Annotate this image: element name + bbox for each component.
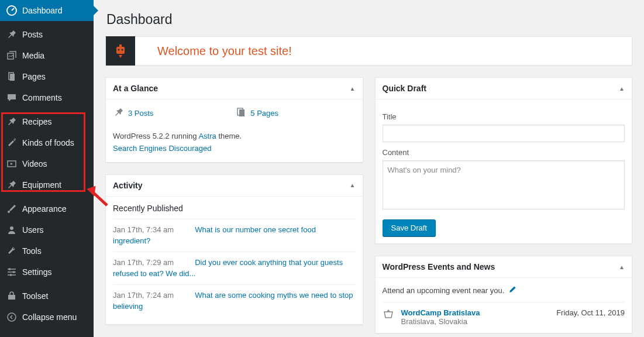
sidebar-item-posts[interactable]: Posts	[0, 24, 94, 45]
glance-pages[interactable]: 5 Pages	[235, 106, 278, 120]
pages-icon	[235, 106, 247, 120]
at-a-glance-header[interactable]: At a Glance ▲	[106, 78, 363, 99]
event-date: Friday, Oct 11, 2019	[556, 308, 625, 326]
video-icon	[6, 158, 18, 170]
sidebar-item-label: Appearance	[22, 204, 67, 214]
activity-box: Activity ▲ Recently Published Jan 17th, …	[105, 174, 363, 325]
sidebar-item-toolset[interactable]: Toolset	[0, 286, 94, 307]
box-title: At a Glance	[113, 84, 158, 93]
svg-point-14	[122, 49, 123, 51]
collapse-toggle-icon[interactable]: ▲	[350, 85, 356, 92]
sidebar-item-comments[interactable]: Comments	[0, 87, 94, 108]
collapse-toggle-icon[interactable]: ▲	[619, 264, 625, 270]
carrot-icon	[6, 137, 18, 149]
media-icon	[6, 50, 18, 61]
search-engines-link[interactable]: Search Engines Discouraged	[113, 144, 211, 153]
sidebar-item-label: Tools	[22, 246, 42, 256]
page-title: Dashboard	[106, 12, 632, 27]
svg-rect-7	[9, 269, 11, 270]
svg-rect-15	[119, 44, 122, 47]
activity-time: Jan 17th, 7:24 am	[113, 291, 174, 300]
content-label: Content	[383, 148, 625, 157]
collapse-icon	[6, 311, 18, 323]
activity-subtitle: Recently Published	[113, 204, 356, 213]
robot-icon	[106, 36, 135, 66]
draft-content-textarea[interactable]	[383, 160, 625, 209]
events-header[interactable]: WordPress Events and News ▲	[376, 256, 632, 278]
dashboard-icon	[6, 5, 18, 16]
brush-icon	[6, 203, 18, 215]
pages-link[interactable]: 5 Pages	[250, 109, 278, 118]
event-item: WordCamp Bratislava Bratislava, Slovakia…	[383, 302, 625, 326]
wordpress-version-text: WordPress 5.2.2 running Astra theme.	[113, 130, 356, 143]
sidebar-item-label: Equipment	[22, 180, 61, 190]
welcome-panel: Welcome to your test site!	[105, 36, 632, 66]
sliders-icon	[6, 266, 18, 278]
svg-rect-3	[10, 74, 15, 81]
sidebar-item-settings[interactable]: Settings	[0, 262, 94, 283]
box-title: WordPress Events and News	[383, 262, 495, 271]
sidebar-item-collapse[interactable]: Collapse menu	[0, 307, 94, 328]
sidebar-item-pages[interactable]: Pages	[0, 66, 94, 87]
collapse-toggle-icon[interactable]: ▲	[350, 182, 356, 188]
sidebar-item-videos[interactable]: Videos	[0, 153, 94, 174]
sidebar-item-tools[interactable]: Tools	[0, 240, 94, 262]
sidebar-item-recipes[interactable]: Recipes	[0, 111, 94, 132]
collapse-toggle-icon[interactable]: ▲	[619, 85, 625, 92]
comment-icon	[6, 92, 18, 104]
save-draft-button[interactable]: Save Draft	[383, 219, 436, 236]
svg-point-5	[8, 211, 10, 213]
sidebar-item-label: Recipes	[22, 117, 52, 126]
svg-point-11	[8, 313, 16, 321]
sidebar-item-dashboard[interactable]: Dashboard	[0, 0, 94, 21]
sidebar-item-label: Kinds of foods	[22, 138, 74, 147]
pages-icon	[6, 71, 18, 82]
sidebar-item-kinds-of-foods[interactable]: Kinds of foods	[0, 132, 94, 153]
svg-point-13	[118, 49, 120, 51]
sidebar-item-label: Posts	[22, 30, 43, 39]
admin-sidebar: Dashboard Posts Media Pages Comments Rec…	[0, 0, 94, 337]
user-icon	[6, 224, 18, 236]
svg-rect-12	[116, 47, 125, 54]
sidebar-item-label: Dashboard	[22, 6, 63, 15]
svg-point-6	[10, 226, 13, 230]
event-link[interactable]: WordCamp Bratislava	[401, 308, 480, 317]
svg-rect-8	[13, 271, 15, 273]
event-location: Bratislava, Slovakia	[401, 317, 467, 326]
draft-title-input[interactable]	[383, 125, 625, 142]
pin-icon	[113, 106, 125, 120]
sidebar-item-label: Comments	[22, 93, 62, 102]
wordcamp-icon	[383, 308, 395, 326]
sidebar-item-label: Users	[22, 225, 44, 235]
svg-rect-17	[239, 109, 244, 116]
activity-time: Jan 17th, 7:34 am	[113, 225, 174, 234]
sidebar-item-equipment[interactable]: Equipment	[0, 174, 94, 195]
theme-link[interactable]: Astra	[198, 132, 216, 140]
svg-rect-10	[8, 295, 15, 300]
activity-header[interactable]: Activity ▲	[106, 175, 363, 197]
glance-posts[interactable]: 3 Posts	[113, 106, 153, 120]
sidebar-item-label: Videos	[22, 159, 47, 168]
toolset-icon	[6, 290, 18, 302]
pin-icon	[6, 116, 18, 128]
activity-time: Jan 17th, 7:29 am	[113, 258, 174, 267]
box-title: Quick Draft	[383, 84, 426, 93]
quick-draft-box: Quick Draft ▲ Title Content Save Draft	[375, 77, 633, 244]
activity-item: Jan 17th, 7:29 am Did you ever cook anyt…	[113, 252, 356, 284]
sidebar-item-label: Pages	[22, 72, 46, 81]
quick-draft-header[interactable]: Quick Draft ▲	[376, 78, 632, 99]
activity-item: Jan 17th, 7:34 am What is our number one…	[113, 219, 356, 252]
pencil-icon[interactable]	[508, 285, 517, 296]
box-title: Activity	[113, 181, 143, 190]
wrench-icon	[6, 245, 18, 257]
svg-rect-9	[10, 274, 12, 276]
sidebar-item-label: Media	[22, 51, 44, 60]
title-label: Title	[383, 112, 625, 121]
pin-icon	[6, 29, 18, 40]
main-content: Dashboard Welcome to your test site! At …	[94, 0, 644, 337]
pin-icon	[6, 179, 18, 191]
posts-link[interactable]: 3 Posts	[128, 109, 153, 118]
sidebar-item-media[interactable]: Media	[0, 45, 94, 66]
sidebar-item-users[interactable]: Users	[0, 219, 94, 240]
sidebar-item-appearance[interactable]: Appearance	[0, 198, 94, 219]
